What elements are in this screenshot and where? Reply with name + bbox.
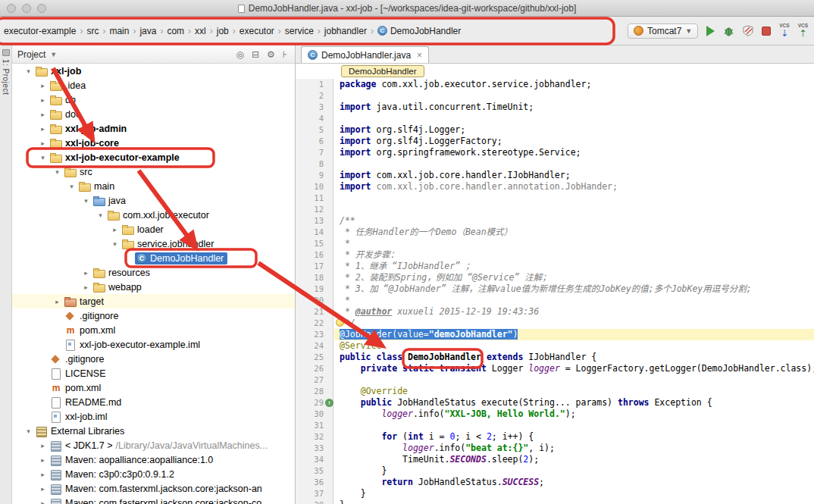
code-line[interactable]: 27	[296, 374, 814, 386]
tree-toggle-icon[interactable]: ▾	[109, 240, 121, 248]
debug-icon[interactable]	[723, 25, 734, 36]
line-number[interactable]: 11	[296, 193, 333, 204]
breadcrumb-item[interactable]: src	[84, 24, 101, 38]
tree-toggle-icon[interactable]: ▸	[37, 139, 49, 147]
tree-item[interactable]: mpom.xml	[12, 323, 295, 337]
breadcrumb-item[interactable]: service	[283, 24, 316, 38]
coverage-icon[interactable]	[743, 25, 753, 36]
line-number[interactable]: 18	[296, 272, 333, 283]
code-line[interactable]: 19 * 3、加 “@JobHander” 注解，注解value值为新增任务生成…	[296, 283, 814, 295]
project-tool-window-button[interactable]: 1: Project	[0, 45, 11, 95]
breadcrumb-item[interactable]: executor-example	[2, 24, 78, 38]
code-line[interactable]: 23@JobHander(value="demoJobHandler")	[296, 329, 814, 340]
tree-item[interactable]: ▾com.xxl.job.executor	[12, 208, 295, 222]
tree-toggle-icon[interactable]: ▸	[37, 82, 49, 89]
tree-toggle-icon[interactable]: ▸	[37, 442, 49, 449]
line-number[interactable]: 27	[296, 374, 333, 386]
code-line[interactable]: 5import org.slf4j.Logger;	[296, 124, 814, 136]
line-number[interactable]: 33	[296, 443, 333, 454]
tree-toggle-icon[interactable]: ▸	[52, 298, 63, 305]
line-number[interactable]: 30	[296, 409, 333, 420]
code-line[interactable]: 22 */	[296, 318, 814, 329]
tree-item[interactable]: ▸resources	[12, 265, 295, 280]
line-number[interactable]: 13	[296, 215, 333, 227]
code-line[interactable]: 1package com.xxl.job.executor.service.jo…	[296, 79, 814, 90]
line-number[interactable]: 17	[296, 261, 333, 272]
tree-toggle-icon[interactable]: ▾	[95, 211, 106, 219]
tree-item[interactable]: mpom.xml	[12, 380, 295, 395]
line-number[interactable]: 36	[296, 477, 333, 488]
hide-panel-icon[interactable]: ⊦	[280, 49, 290, 60]
code-line[interactable]: 6import org.slf4j.LoggerFactory;	[296, 136, 814, 147]
line-number[interactable]: 32	[296, 431, 333, 443]
tree-toggle-icon[interactable]: ▾	[52, 168, 63, 176]
code-line[interactable]: 4	[296, 113, 814, 124]
vcs-commit-button[interactable]: VCS ⇡	[798, 23, 808, 38]
tree-item[interactable]: ▾java	[12, 193, 295, 208]
line-number[interactable]: 10	[296, 181, 333, 193]
breadcrumb-item[interactable]: com	[164, 24, 186, 38]
code-line[interactable]: 29↑ public JobHandleStatus execute(Strin…	[296, 397, 814, 409]
code-line[interactable]: 33 logger.info("beat at:{}", i);	[296, 443, 814, 454]
tree-toggle-icon[interactable]: ▸	[109, 226, 121, 233]
tree-item[interactable]: ▸xxl-job-core	[12, 136, 295, 150]
code-line[interactable]: 10import com.xxl.job.core.handler.annota…	[296, 181, 814, 193]
tree-item[interactable]: ▾xxl-job	[12, 64, 295, 78]
tree-item[interactable]: ▾service.jobhandler	[12, 236, 295, 251]
line-number[interactable]: 25	[296, 352, 333, 363]
tree-toggle-icon[interactable]: ▸	[37, 499, 49, 504]
intention-bulb-icon[interactable]	[336, 318, 344, 327]
tree-item[interactable]: .gitignore	[12, 352, 295, 366]
tree-item[interactable]: ▾xxl-job-executor-example	[12, 150, 295, 164]
code-line[interactable]: 28 @Override	[296, 386, 814, 397]
tree-toggle-icon[interactable]: ▾	[23, 67, 34, 75]
locate-icon[interactable]: ◎	[233, 49, 246, 60]
code-line[interactable]: 13/**	[296, 215, 814, 227]
tree-toggle-icon[interactable]: ▾	[37, 154, 49, 161]
code-line[interactable]: 14 * 任务Handler的一个Demo（Bean模式）	[296, 227, 814, 238]
tree-item[interactable]: xxl-job.iml	[12, 409, 295, 424]
tree-toggle-icon[interactable]: ▾	[80, 197, 92, 205]
tree-item[interactable]: .gitignore	[12, 308, 295, 323]
line-number[interactable]: 1	[296, 79, 333, 90]
code-line[interactable]: 16 * 开发步骤：	[296, 249, 814, 261]
line-number[interactable]: 4	[296, 113, 333, 124]
tree-item[interactable]: ▸target	[12, 294, 295, 308]
line-number[interactable]: 22	[296, 318, 333, 329]
breadcrumb-item[interactable]: CDemoJobHandler	[375, 24, 463, 38]
vcs-update-button[interactable]: VCS ⇣	[779, 23, 789, 38]
line-number[interactable]: 5	[296, 124, 333, 136]
tree-toggle-icon[interactable]: ▸	[80, 269, 92, 277]
gear-icon[interactable]: ⚙	[265, 49, 277, 60]
close-icon[interactable]: ×	[417, 50, 422, 61]
tree-toggle-icon[interactable]: ▸	[37, 485, 49, 493]
line-number[interactable]: 31	[296, 420, 333, 431]
breadcrumb-item[interactable]: java	[137, 24, 158, 38]
breadcrumb-item[interactable]: main	[107, 24, 131, 38]
tree-item[interactable]: CDemoJobHandler	[12, 251, 295, 265]
tree-item[interactable]: ▸.idea	[12, 78, 295, 92]
code-line[interactable]: 24@Service	[296, 340, 814, 352]
breadcrumb-item[interactable]: jobhandler	[322, 24, 369, 38]
tree-item[interactable]: xxl-job-executor-example.iml	[12, 337, 295, 352]
code-line[interactable]: 9import com.xxl.job.core.handler.IJobHan…	[296, 170, 814, 181]
code-line[interactable]: 31	[296, 420, 814, 431]
line-number[interactable]: 26	[296, 363, 333, 374]
code-line[interactable]: 15 *	[296, 238, 814, 249]
code-line[interactable]: 21 * @author xuxueli 2015-12-19 19:43:36	[296, 306, 814, 318]
line-number[interactable]: 9	[296, 170, 333, 181]
code-line[interactable]: 35 }	[296, 465, 814, 477]
breadcrumb-item[interactable]: xxl	[193, 24, 208, 38]
code-area[interactable]: 1package com.xxl.job.executor.service.jo…	[296, 79, 814, 504]
run-button[interactable]	[706, 26, 715, 36]
code-line[interactable]: 34 TimeUnit.SECONDS.sleep(2);	[296, 454, 814, 465]
code-line[interactable]: 20 *	[296, 295, 814, 306]
tree-toggle-icon[interactable]: ▸	[37, 456, 49, 464]
tab-demojobhandler[interactable]: C DemoJobHandler.java ×	[301, 46, 429, 63]
line-number[interactable]: 2	[296, 90, 333, 102]
code-line[interactable]: 3import java.util.concurrent.TimeUnit;	[296, 102, 814, 113]
tree-item[interactable]: ▸Maven: com.fasterxml.jackson.core:jacks…	[12, 496, 295, 504]
tree-item[interactable]: ▸Maven: com.fasterxml.jackson.core:jacks…	[12, 481, 295, 496]
line-number[interactable]: 6	[296, 136, 333, 147]
run-configuration-select[interactable]: Tomcat7 ▼	[628, 23, 698, 39]
